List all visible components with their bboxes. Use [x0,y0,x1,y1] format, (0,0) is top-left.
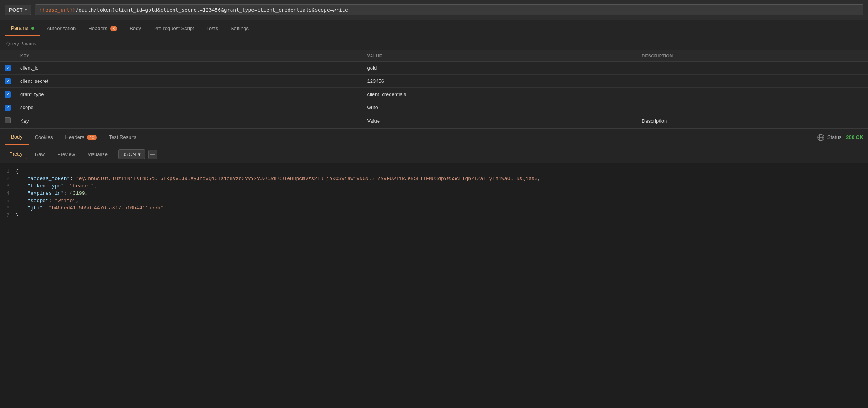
tab-test-results[interactable]: Test Results [103,130,143,145]
tab-authorization-label: Authorization [46,26,76,31]
status-info: Status: 200 OK [817,134,863,141]
response-headers-badge: 10 [87,135,96,140]
tab-headers[interactable]: Headers 8 [82,21,123,36]
line-num-2: 2 [0,176,15,182]
query-params-label: Query Params [0,37,868,50]
status-value: 200 OK [846,134,863,140]
code-line-3: 3 "token_type": "bearer", [0,182,868,190]
method-chevron: ▾ [25,8,27,12]
globe-icon [817,134,824,141]
row3-checkbox[interactable] [5,91,11,98]
wrap-icon[interactable] [148,150,157,159]
line-num-7: 7 [0,213,15,218]
table-row: grant_type client_credentials [0,88,868,101]
table-row: client_id gold [0,62,868,75]
code-line-7: 7 } [0,212,868,219]
line-num-3: 3 [0,183,15,189]
row2-checkbox[interactable] [5,78,11,84]
params-dot [31,27,34,30]
request-tabs: Params Authorization Headers 8 Body Pre-… [0,20,868,37]
json-format-label: JSON [123,151,136,157]
tab-settings[interactable]: Settings [224,21,255,36]
url-bar: POST ▾ {{base_url}}/oauth/token?client_i… [0,0,868,20]
row1-checkbox-cell [0,62,15,75]
format-visualize[interactable]: Visualize [83,149,112,159]
row1-desc [637,62,868,75]
row3-key[interactable]: grant_type [15,88,363,101]
tab-params[interactable]: Params [5,21,40,36]
row3-desc [637,88,868,101]
code-line-4: 4 "expires_in": 43199, [0,190,868,197]
code-line-6: 6 "jti": "b466ed41-5b56-4476-a8f7-b10b44… [0,204,868,212]
line-num-6: 6 [0,206,15,211]
code-line-2: 2 "access_token": "eyJhbGciOiJIUzI1NiIsI… [0,175,868,182]
tab-prerequest[interactable]: Pre-request Script [147,21,200,36]
tab-prerequest-label: Pre-request Script [154,26,194,31]
tab-authorization[interactable]: Authorization [40,21,82,36]
tab-cookies-label: Cookies [35,134,53,140]
status-label: Status: [827,134,843,140]
tab-response-body-label: Body [11,134,22,140]
row2-value[interactable]: 123456 [363,75,637,88]
row5-value[interactable]: Value [363,114,637,128]
row5-desc: Description [637,114,868,128]
col-value: VALUE [363,50,637,62]
response-body-code: 1 { 2 "access_token": "eyJhbGciOiJIUzI1N… [0,163,868,224]
url-display[interactable]: {{base_url}}/oauth/token?client_id=gold&… [35,4,863,15]
tab-test-results-label: Test Results [109,134,137,140]
format-bar: Pretty Raw Preview Visualize JSON ▾ [0,146,868,163]
table-row: client_secret 123456 [0,75,868,88]
method-selector[interactable]: POST ▾ [5,5,31,15]
row5-checkbox-cell [0,114,15,128]
row2-key[interactable]: client_secret [15,75,363,88]
tab-body-label: Body [130,26,141,31]
table-row-empty: Key Value Description [0,114,868,128]
response-section: Body Cookies Headers 10 Test Results Sta… [0,128,868,224]
row1-value[interactable]: gold [363,62,637,75]
row2-desc [637,75,868,88]
line-num-4: 4 [0,191,15,196]
code-line-5: 5 "scope": "write", [0,197,868,204]
col-description: DESCRIPTION [637,50,868,62]
tab-tests[interactable]: Tests [200,21,224,36]
json-format-selector[interactable]: JSON ▾ [118,149,145,159]
col-key: KEY [15,50,363,62]
line-num-5: 5 [0,198,15,204]
table-row: scope write [0,101,868,114]
row5-checkbox[interactable] [5,117,11,123]
code-line-1: 1 { [0,168,868,175]
format-visualize-label: Visualize [87,151,108,157]
tab-response-body[interactable]: Body [5,129,29,145]
headers-badge: 8 [110,26,117,31]
row4-checkbox-cell [0,101,15,114]
row3-value[interactable]: client_credentials [363,88,637,101]
row4-value[interactable]: write [363,101,637,114]
tab-cookies[interactable]: Cookies [29,130,59,145]
json-format-chevron: ▾ [138,151,141,157]
row1-checkbox[interactable] [5,65,11,71]
format-pretty-label: Pretty [9,151,22,157]
tab-headers-label: Headers [88,26,107,31]
url-base: {{base_url}} [39,7,75,13]
row4-checkbox[interactable] [5,105,11,111]
format-raw-label: Raw [35,151,45,157]
tab-tests-label: Tests [207,26,218,31]
tab-response-headers[interactable]: Headers 10 [59,130,103,145]
row4-desc [637,101,868,114]
format-raw[interactable]: Raw [30,149,50,159]
format-preview-label: Preview [57,151,75,157]
wrap-lines-icon [150,152,155,157]
tab-params-label: Params [11,25,28,31]
url-path: /oauth/token?client_id=gold&client_secre… [75,7,348,13]
row3-checkbox-cell [0,88,15,101]
params-table: KEY VALUE DESCRIPTION client_id gold cli… [0,50,868,128]
format-preview[interactable]: Preview [53,149,80,159]
row1-key[interactable]: client_id [15,62,363,75]
tab-body[interactable]: Body [123,21,147,36]
row5-key[interactable]: Key [15,114,363,128]
tab-settings-label: Settings [231,26,249,31]
tab-response-headers-label: Headers [65,134,84,140]
row2-checkbox-cell [0,75,15,88]
format-pretty[interactable]: Pretty [5,149,27,159]
row4-key[interactable]: scope [15,101,363,114]
